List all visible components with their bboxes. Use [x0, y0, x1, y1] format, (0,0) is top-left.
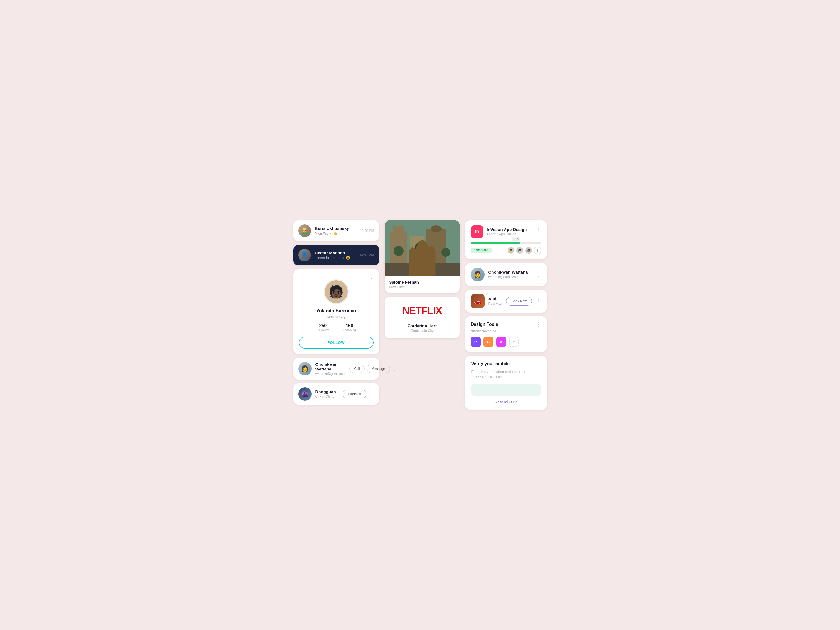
photo-card-info: Salomé Fernán Milwaukee ⋮ [385, 276, 459, 293]
contact-avatar: 👩 [298, 362, 312, 376]
main-container: 👨‍🦳 Boris Ukhtomsky Nice Work! 👍 12:50 P… [293, 221, 547, 410]
design-tools-subtitle: Nizhny Novgorod [471, 329, 542, 333]
profile-card: ⋮ 🧑🏿 Yolanda Barrueco Mexico City 250 Fo… [293, 269, 379, 354]
direction-button[interactable]: Direction [343, 390, 366, 398]
svg-rect-2 [393, 226, 404, 232]
message-button[interactable]: Message [367, 365, 390, 373]
following-label: Following [343, 328, 356, 332]
audi-info: Audi Palo Alto [488, 297, 503, 306]
tool-icon-p: P [471, 337, 481, 347]
invision-subtitle: Android App Design [487, 232, 527, 236]
netflix-card: NETFLIX Cardarion Hart Guatemala City [385, 297, 459, 338]
invision-info: InVision App Design Android App Design [487, 227, 527, 236]
contact-info: Chomkwan Wattana wattana@gmail.com [316, 362, 346, 376]
progress-label: 70% [512, 237, 520, 241]
progress-bar-fill [471, 242, 520, 244]
photo-card-menu-icon[interactable]: ⋮ [450, 281, 455, 287]
tool-icon-x: X [496, 337, 506, 347]
svg-rect-3 [410, 236, 423, 276]
design-tools-header: Design Tools ⋮ [471, 321, 542, 327]
message-card-boris: 👨‍🦳 Boris Ukhtomsky Nice Work! 👍 12:50 P… [293, 221, 379, 241]
message-text-boris: Nice Work! 👍 [315, 231, 356, 235]
invision-card: in InVision App Design Android App Desig… [465, 221, 547, 259]
svg-point-5 [431, 226, 442, 232]
invision-logo: in [471, 226, 483, 238]
avatar-hector: 👤 [298, 249, 311, 262]
sender-name-boris: Boris Ukhtomsky [315, 226, 356, 231]
photo-card: Salomé Fernán Milwaukee ⋮ [385, 221, 459, 293]
stat-following: 168 Following [336, 323, 362, 332]
invision-title: InVision App Design [487, 227, 527, 232]
svg-rect-6 [385, 264, 459, 276]
design-tools-title: Design Tools [471, 322, 498, 327]
call-button[interactable]: Call [349, 365, 365, 373]
chomkwan-right-card: 👩 Chomkwan Wattana wattana@gmail.com ⋮ [465, 263, 547, 286]
svg-point-8 [415, 242, 427, 254]
mini-avatar-2: 👩🏻 [516, 246, 524, 254]
contact-actions: Call Message ⋮ [349, 365, 397, 373]
invision-header: in InVision App Design Android App Desig… [471, 226, 527, 238]
following-count: 168 [343, 323, 356, 328]
design-tools-menu-icon[interactable]: ⋮ [536, 321, 542, 327]
add-tool-button[interactable]: + [509, 337, 519, 347]
verify-title: Verify your mobile [471, 361, 541, 366]
svg-point-10 [411, 262, 414, 267]
message-text-hector: Lorem ipsum dolor 😂 [315, 256, 356, 260]
audi-location: Palo Alto [488, 302, 503, 306]
location-info: Dongguan City in China [316, 389, 339, 398]
photo-person-name: Salomé Fernán [389, 280, 419, 284]
book-now-button[interactable]: Book Now [506, 297, 532, 306]
svg-point-9 [441, 248, 450, 257]
tool-icon-s: S [483, 337, 493, 347]
otp-input[interactable] [471, 384, 541, 396]
followers-label: Followers [316, 328, 329, 332]
netflix-logo: NETFLIX [390, 305, 454, 317]
tool-icons: P S X + [471, 337, 542, 347]
audi-menu-icon[interactable]: ⋮ [536, 298, 542, 304]
message-body-boris: Boris Ukhtomsky Nice Work! 👍 [315, 226, 356, 235]
location-menu-icon[interactable]: ⋮ [369, 391, 374, 397]
location-actions: Direction ⋮ [343, 390, 374, 398]
invision-footer: ONGOING 👩 👩🏻 👩🏽 + [471, 246, 542, 254]
profile-location: Mexico City [299, 315, 374, 319]
add-avatar-button[interactable]: + [534, 246, 542, 254]
message-body-hector: Hector Mariano Lorem ipsum dolor 😂 [315, 250, 356, 260]
mini-avatar-3: 👩🏽 [525, 246, 532, 254]
message-time-hector: 02:18 AM [360, 253, 374, 257]
location-name: Dongguan [316, 389, 339, 394]
audi-name: Audi [488, 297, 503, 301]
resend-otp-button[interactable]: Resend OTP [471, 400, 541, 404]
contact-card: 👩 Chomkwan Wattana wattana@gmail.com Cal… [293, 358, 379, 380]
profile-menu-icon[interactable]: ⋮ [369, 274, 375, 280]
verify-phone: +91 990 2XX XXXX [471, 375, 503, 379]
profile-avatar: 🧑🏿 [324, 279, 349, 304]
photo-person-info: Salomé Fernán Milwaukee [389, 280, 419, 289]
contact-name: Chomkwan Wattana [316, 362, 346, 371]
netflix-person-location: Guatemala City [390, 329, 454, 333]
audi-avatar: 🚗 [471, 294, 485, 308]
chomkwan-right-avatar: 👩 [471, 268, 485, 281]
verify-description: Enter the verification code sent to +91 … [471, 369, 541, 380]
profile-stats: 250 Followers 168 Following [299, 323, 374, 332]
ongoing-badge: ONGOING [471, 248, 491, 253]
message-time-boris: 12:50 PM [360, 229, 374, 233]
profile-name: Yolanda Barrueco [299, 308, 374, 314]
column-mid: Salomé Fernán Milwaukee ⋮ NETFLIX Cardar… [385, 221, 459, 338]
contact-email: wattana@gmail.com [316, 372, 346, 376]
location-avatar: 🌆 [298, 387, 312, 401]
audi-card: 🚗 Audi Palo Alto Book Now ⋮ [465, 290, 547, 313]
netflix-person-name: Cardarion Hart [390, 323, 454, 328]
avatar-group: 👩 👩🏻 👩🏽 + [507, 246, 542, 254]
stat-followers: 250 Followers [309, 323, 336, 332]
avatar-boris: 👨‍🦳 [298, 224, 311, 237]
location-card: 🌆 Dongguan City in China Direction ⋮ [293, 384, 379, 404]
chomkwan-right-menu-icon[interactable]: ⋮ [536, 272, 542, 278]
progress-bar-bg [471, 242, 542, 244]
progress-wrap: 70% [471, 242, 542, 244]
invision-menu-icon[interactable]: ⋮ [536, 226, 542, 232]
sender-name-hector: Hector Mariano [315, 250, 356, 255]
contact-menu-icon[interactable]: ⋮ [392, 366, 398, 372]
verify-card: Verify your mobile Enter the verificatio… [465, 356, 547, 410]
follow-button[interactable]: FOLLOW [299, 336, 374, 349]
svg-point-7 [394, 246, 404, 256]
